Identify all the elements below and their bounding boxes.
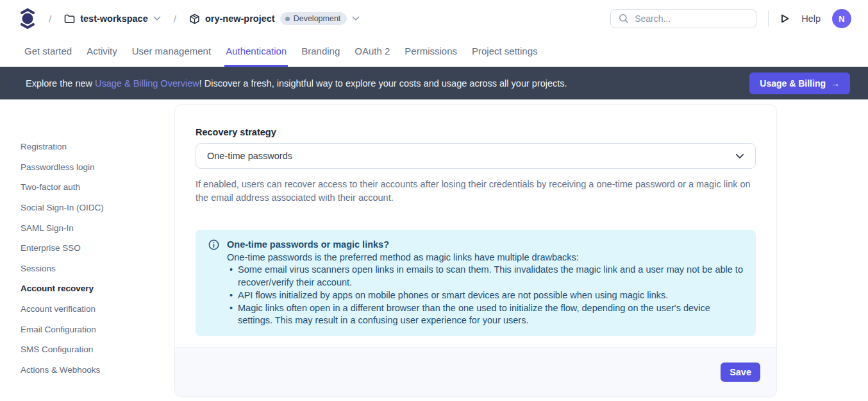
recovery-strategy-label: Recovery strategy [196,127,756,137]
tab-branding[interactable]: Branding [300,37,341,67]
sidebar-item-social-sign-in[interactable]: Social Sign-In (OIDC) [21,198,174,218]
sidebar-item-passwordless-login[interactable]: Passwordless login [21,157,174,178]
environment-badge: Development [280,12,347,25]
top-bar: / test-workspace / ory-new-project Devel… [0,0,868,37]
usage-billing-banner: Explore the new Usage & Billing Overview… [0,67,868,99]
sidebar-item-enterprise-sso[interactable]: Enterprise SSO [21,238,174,259]
content-area: Registration Passwordless login Two-fact… [0,99,868,401]
chevron-down-icon [153,16,161,21]
main-nav-tabs: Get started Activity User management Aut… [0,37,868,67]
search-icon [619,13,629,24]
sidebar-item-saml-sign-in[interactable]: SAML Sign-In [21,218,174,238]
info-alert: One-time passwords or magic links? One-t… [196,230,756,336]
workspace-name: test-workspace [80,13,148,24]
sidebar-item-account-verification[interactable]: Account verification [21,299,174,320]
sidebar-item-two-factor-auth[interactable]: Two-factor auth [21,177,174,198]
tab-user-management[interactable]: User management [131,37,212,67]
info-alert-bullet-list: Some email virus scanners open links in … [227,264,743,327]
recovery-strategy-selected-value: One-time passwords [207,151,292,161]
banner-text-prefix: Explore the new [26,78,95,89]
tab-authentication[interactable]: Authentication [224,37,288,67]
status-dot [285,17,290,21]
chevron-down-icon [735,153,744,159]
header-divider [768,10,769,27]
environment-badge-label: Development [294,14,341,23]
usage-billing-overview-link[interactable]: Usage & Billing Overview [95,78,199,89]
tab-get-started[interactable]: Get started [23,37,73,67]
folder-icon [64,14,75,24]
project-name: ory-new-project [205,13,275,24]
ory-logo[interactable] [19,8,36,30]
breadcrumb-separator: / [45,13,55,24]
usage-billing-button[interactable]: Usage & Billing → [749,73,850,94]
save-button[interactable]: Save [721,363,760,382]
tab-project-settings[interactable]: Project settings [471,37,539,67]
help-link[interactable]: Help [801,13,821,24]
sidebar-item-sessions[interactable]: Sessions [21,259,174,279]
sidebar-item-email-configuration[interactable]: Email Configuration [21,319,174,339]
sidebar-item-sms-configuration[interactable]: SMS Configuration [21,339,174,360]
info-bullet: Magic links often open in a different br… [227,302,743,327]
package-icon [189,13,200,24]
banner-text-suffix: ! Discover a fresh, insightful way to ex… [199,78,567,89]
tab-activity[interactable]: Activity [85,37,119,67]
recovery-strategy-select[interactable]: One-time passwords [196,143,756,169]
tab-oauth2[interactable]: OAuth 2 [353,37,391,67]
card-footer: Save [175,347,776,397]
banner-message: Explore the new Usage & Billing Overview… [26,78,567,89]
sidebar-item-actions-webhooks[interactable]: Actions & Webhooks [21,360,174,380]
info-alert-title: One-time passwords or magic links? [227,239,743,252]
breadcrumb-separator: / [170,13,180,24]
info-icon [208,239,219,327]
recovery-strategy-help-text: If enabled, users can recover access to … [196,178,756,204]
avatar[interactable]: N [832,9,851,28]
info-bullet: Some email virus scanners open links in … [227,264,743,289]
sidebar-item-registration[interactable]: Registration [21,137,174,157]
tab-permissions[interactable]: Permissions [403,37,458,67]
usage-billing-button-label: Usage & Billing [760,78,826,89]
play-icon[interactable] [780,13,790,24]
info-bullet: API flows initialized by apps on mobile … [227,289,743,302]
settings-sidebar: Registration Passwordless login Two-fact… [0,99,174,401]
chevron-down-icon [352,16,360,21]
sidebar-item-account-recovery[interactable]: Account recovery [21,278,174,299]
project-switcher[interactable]: ory-new-project Development [189,12,360,25]
account-recovery-card: Recovery strategy One-time passwords If … [174,104,777,397]
arrow-right-icon: → [831,78,840,89]
workspace-switcher[interactable]: test-workspace [64,13,161,24]
search-input[interactable] [635,13,748,24]
search-input-wrapper[interactable] [610,9,756,28]
info-alert-intro: One-time passwords is the preferred meth… [227,252,743,264]
